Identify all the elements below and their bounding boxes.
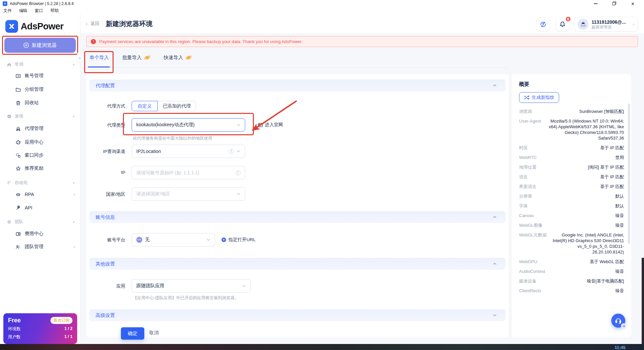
chevron-down-icon[interactable]: ▾ xyxy=(73,63,74,66)
error-banner: ! Payment services are unavailable in th… xyxy=(86,36,638,47)
item-label: 应用中心 xyxy=(25,139,43,145)
cancel-button[interactable]: 取消 xyxy=(149,330,159,336)
menu-file[interactable]: 文件 xyxy=(3,8,12,14)
proxy-mode-custom[interactable]: 自定义 xyxy=(132,101,158,111)
info-icon[interactable]: ! xyxy=(235,170,240,175)
sidebar-item-team-management[interactable]: 团队管理 › xyxy=(0,242,80,251)
back-chevron-icon[interactable]: ‹ xyxy=(86,21,88,26)
taskbar: 11:45 xyxy=(0,344,644,350)
star-icon xyxy=(15,166,21,171)
username: 1131912006@... xyxy=(592,19,626,25)
first-subscription-badge[interactable]: 首次订阅 xyxy=(50,317,72,324)
proxy-mode-added[interactable]: 已添加的代理 xyxy=(158,101,196,111)
field-label-ip: IP xyxy=(86,170,125,175)
app-select[interactable]: 跟随团队应用 xyxy=(132,279,251,293)
scrollbar-thumb[interactable] xyxy=(628,104,630,244)
sidebar-item-api[interactable]: API xyxy=(0,203,80,212)
robot-icon xyxy=(15,192,21,197)
section-label: 发现 xyxy=(15,113,23,119)
back-button[interactable]: 返回 xyxy=(91,21,100,27)
sidebar-item-groups[interactable]: 分组管理 xyxy=(0,85,80,94)
menu-edit[interactable]: 编辑 xyxy=(19,8,27,14)
chevron-down-icon[interactable]: ▾ xyxy=(73,115,74,118)
chevron-down-icon[interactable]: ▾ xyxy=(73,181,74,185)
section-other-settings[interactable]: 其他设置 xyxy=(90,258,505,270)
minimize-icon[interactable] xyxy=(594,3,598,4)
sidebar-item-proxy[interactable]: 代理管理 xyxy=(0,124,80,133)
sidebar-collapse-button[interactable]: ‹ xyxy=(77,53,83,63)
sidebar-item-billing[interactable]: 费用中心 xyxy=(0,229,80,238)
chevron-down-icon xyxy=(236,193,240,195)
summary-title: 概要 xyxy=(519,81,624,88)
sidebar-section-team[interactable]: 团队▾ xyxy=(0,218,80,226)
section-advanced-settings[interactable]: 高级设置 xyxy=(90,309,505,321)
app-value: 跟随团队应用 xyxy=(136,283,239,289)
app-window: ✕ AdsPower Browser | 5.2.28 | 2.6.8.4 ✕ … xyxy=(0,0,644,350)
generate-fingerprint-button[interactable]: 生成新指纹 xyxy=(519,92,559,103)
new-browser-button[interactable]: 新建浏览器 xyxy=(4,38,76,53)
tab-quick-import[interactable]: 快速导入 xyxy=(164,54,192,61)
account-folder-icon xyxy=(15,73,21,79)
menu-window[interactable]: 窗口 xyxy=(35,8,43,14)
proxy-type-select[interactable]: kookauto(kookeey动态代理) xyxy=(132,118,245,132)
chevron-down-icon[interactable] xyxy=(493,314,497,317)
sidebar-item-window-sync[interactable]: 窗口同步 xyxy=(0,151,80,160)
chevron-right-icon: › xyxy=(73,192,75,197)
notification-button[interactable]: 6 xyxy=(556,18,569,31)
plan-name: Free xyxy=(8,317,21,324)
section-label: 自动化 xyxy=(15,180,28,186)
app-logo-icon: ✕ xyxy=(3,1,7,6)
sidebar-section-common[interactable]: 常用▾ xyxy=(0,60,80,68)
summary-row: 媒体设备噪音[基于电脑匹配] xyxy=(519,278,624,284)
chevron-down-icon xyxy=(242,285,246,287)
section-account-info[interactable]: 账号信息 xyxy=(90,211,505,223)
chevron-up-icon[interactable] xyxy=(493,216,497,218)
close-icon[interactable]: ✕ xyxy=(631,1,635,6)
field-label-proxy-mode: 代理方式 xyxy=(86,103,125,109)
chevron-up-icon[interactable] xyxy=(493,84,497,87)
restore-icon[interactable] xyxy=(612,1,616,6)
sidebar-item-trash[interactable]: 回收站 xyxy=(0,98,80,108)
country-select[interactable]: 请选择国家/地区 xyxy=(132,187,245,201)
user-account-chip[interactable]: 1131912006@... 超级管理员 › xyxy=(574,17,638,31)
sidebar-item-app-center[interactable]: 应用中心 xyxy=(0,138,80,147)
people-icon xyxy=(15,244,21,250)
sync-button[interactable] xyxy=(537,18,549,31)
error-message: Payment services are unavailable in this… xyxy=(99,39,302,44)
open-url-link[interactable]: 指定打开URL xyxy=(221,237,256,243)
field-label-country: 国家/地区 xyxy=(86,191,125,197)
sidebar-item-referral[interactable]: 推荐奖励 xyxy=(0,164,80,173)
proxy-network-icon xyxy=(15,126,21,132)
new-browser-label: 新建浏览器 xyxy=(32,42,57,48)
field-label-ip-channel: IP查询渠道 xyxy=(86,149,125,155)
chevron-up-icon[interactable] xyxy=(493,262,497,265)
section-proxy-config[interactable]: 代理配置 xyxy=(90,79,505,92)
sidebar-item-rpa[interactable]: RPA › xyxy=(0,190,80,199)
sidebar-section-automation[interactable]: 自动化▾ xyxy=(0,179,80,187)
proxy-type-value: kookauto(kookeey动态代理) xyxy=(136,122,234,128)
user-role: 超级管理员 xyxy=(592,25,626,29)
ip-channel-select[interactable]: IP2Location ! xyxy=(132,145,245,158)
tab-batch-import[interactable]: 批量导入 xyxy=(122,54,150,61)
summary-row: User-AgentMozilla/5.0 (Windows NT 10.0; … xyxy=(519,118,624,141)
chevron-down-icon xyxy=(206,238,210,241)
chevron-down-icon[interactable]: ▾ xyxy=(73,220,74,224)
sidebar-section-discover[interactable]: 发现▾ xyxy=(0,112,80,120)
automation-icon xyxy=(7,180,12,185)
summary-row: 地理位置[询问] 基于 IP 匹配 xyxy=(519,164,624,170)
ip-input[interactable] xyxy=(136,170,233,175)
help-fab-button[interactable]: ➜ xyxy=(611,314,625,328)
planet-icon xyxy=(144,54,150,61)
info-icon[interactable]: ! xyxy=(229,149,234,154)
menu-help[interactable]: 帮助 xyxy=(50,8,59,14)
platform-select[interactable]: ••• 无 xyxy=(132,233,215,246)
avatar xyxy=(578,19,589,30)
confirm-button[interactable]: 确定 xyxy=(121,327,144,340)
field-label-proxy-type: 代理类型 xyxy=(86,122,125,128)
sidebar-item-accounts[interactable]: 账号管理 xyxy=(0,71,80,80)
summary-row: WebGL元数据Google Inc. (Intel) ANGLE (Intel… xyxy=(519,232,624,255)
bell-icon xyxy=(559,21,566,28)
tab-label: 快速导入 xyxy=(164,54,183,61)
section-title: 其他设置 xyxy=(96,261,115,267)
plan-card[interactable]: Free 首次订阅 环境数 1 / 2 用户数 1 / 1 xyxy=(3,313,77,344)
